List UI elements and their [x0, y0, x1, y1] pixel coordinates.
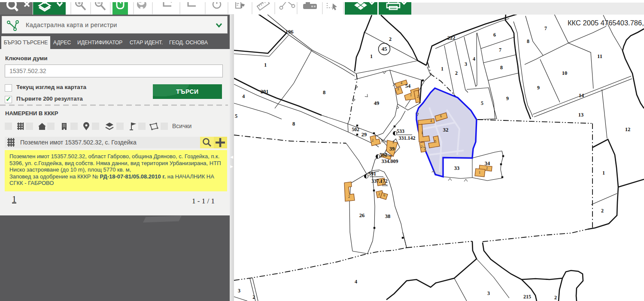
- svg-text:201: 201: [261, 89, 269, 95]
- svg-text:12: 12: [625, 126, 631, 132]
- svg-text:1: 1: [264, 62, 267, 68]
- svg-text:2: 2: [554, 295, 557, 301]
- svg-text:34: 34: [485, 160, 490, 166]
- svg-text:11: 11: [597, 53, 602, 59]
- svg-text:Шк: Шк: [382, 183, 388, 187]
- svg-text:4: 4: [401, 81, 402, 85]
- svg-text:3: 3: [238, 288, 240, 294]
- svg-text:13: 13: [578, 112, 584, 118]
- svg-text:6: 6: [493, 32, 496, 38]
- svg-text:45: 45: [382, 46, 388, 52]
- svg-text:9: 9: [537, 85, 540, 91]
- svg-text:4: 4: [380, 180, 382, 184]
- svg-text:1: 1: [479, 171, 480, 175]
- svg-text:3: 3: [465, 61, 467, 67]
- svg-text:2: 2: [385, 152, 386, 156]
- svg-text:8: 8: [292, 121, 295, 127]
- svg-text:54: 54: [405, 83, 411, 89]
- svg-text:2: 2: [392, 140, 394, 144]
- svg-text:2: 2: [486, 166, 488, 170]
- svg-text:7: 7: [499, 47, 501, 53]
- svg-text:222: 222: [447, 35, 456, 41]
- svg-text:38: 38: [385, 213, 391, 219]
- svg-text:2: 2: [417, 95, 419, 98]
- svg-text:8: 8: [527, 38, 529, 44]
- svg-text:4: 4: [430, 119, 432, 123]
- svg-text:196: 196: [286, 29, 294, 35]
- svg-text:3: 3: [397, 87, 399, 91]
- svg-text:334.009: 334.009: [382, 158, 398, 164]
- svg-text:1: 1: [602, 170, 605, 176]
- svg-text:14: 14: [579, 92, 584, 98]
- svg-text:10: 10: [562, 70, 568, 76]
- svg-text:5: 5: [235, 113, 237, 119]
- svg-text:2: 2: [601, 208, 604, 214]
- svg-text:1: 1: [441, 66, 444, 72]
- svg-text:4: 4: [355, 279, 357, 285]
- svg-text:8: 8: [323, 89, 325, 95]
- svg-text:7: 7: [544, 25, 547, 31]
- svg-text:2: 2: [252, 295, 255, 300]
- svg-text:39: 39: [389, 146, 395, 152]
- svg-text:33: 33: [454, 165, 460, 171]
- svg-text:2: 2: [378, 192, 380, 196]
- svg-text:26: 26: [359, 212, 365, 218]
- svg-text:5: 5: [481, 100, 483, 106]
- svg-text:1: 1: [370, 53, 373, 59]
- svg-text:3: 3: [487, 290, 490, 296]
- svg-text:2: 2: [348, 195, 350, 199]
- svg-text:29: 29: [361, 132, 367, 138]
- svg-text:Шк: Шк: [381, 139, 387, 143]
- svg-text:2: 2: [455, 70, 458, 76]
- svg-text:215: 215: [523, 294, 531, 300]
- svg-text:2: 2: [372, 138, 374, 142]
- svg-text:2: 2: [421, 145, 422, 149]
- svg-text:6: 6: [440, 114, 442, 118]
- svg-text:1: 1: [421, 131, 423, 135]
- svg-text:32: 32: [443, 126, 449, 133]
- svg-text:6: 6: [383, 194, 385, 197]
- svg-text:533: 533: [397, 128, 404, 134]
- svg-text:8: 8: [500, 64, 503, 71]
- svg-text:1: 1: [410, 93, 412, 97]
- svg-text:9: 9: [506, 95, 509, 101]
- svg-text:2: 2: [389, 36, 392, 42]
- svg-text:502: 502: [352, 127, 359, 132]
- svg-text:4: 4: [242, 93, 245, 99]
- svg-text:331.142: 331.142: [399, 135, 416, 141]
- svg-text:4: 4: [473, 56, 475, 62]
- svg-text:49: 49: [374, 100, 380, 106]
- svg-text:591: 591: [368, 171, 376, 177]
- svg-text:5: 5: [434, 140, 436, 144]
